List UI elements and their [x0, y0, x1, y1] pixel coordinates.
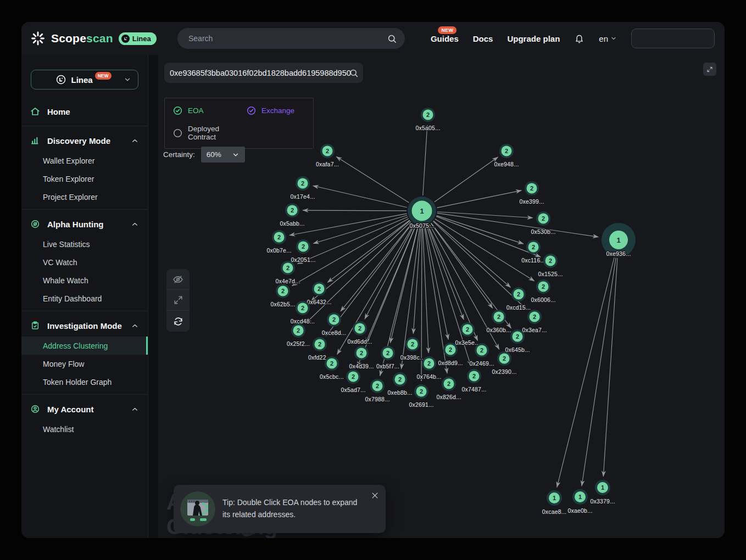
node-cluster-count: 2: [420, 388, 423, 395]
sidebar-item-live-statistics[interactable]: Live Statistics: [21, 235, 148, 253]
graph-node[interactable]: 20x5a05...: [416, 108, 441, 131]
graph-node[interactable]: 10xe936...: [602, 223, 636, 257]
graph-node[interactable]: 20x17e4...: [291, 176, 315, 200]
address-input[interactable]: [164, 69, 362, 77]
graph-node[interactable]: 20x5abb...: [280, 203, 305, 227]
graph-node[interactable]: 20x7988...: [365, 379, 390, 402]
sidebar-item-token-holder-graph[interactable]: Token Holder Graph: [21, 373, 148, 391]
graph-node[interactable]: 20x2691...: [409, 384, 434, 408]
graph-node[interactable]: 20x6432...: [307, 282, 332, 305]
graph-edge: [327, 220, 410, 283]
fullscreen-button[interactable]: [703, 63, 716, 76]
nav-guides[interactable]: NEWGuides: [431, 34, 459, 43]
sidebar-item-project-explorer[interactable]: Project Explorer: [21, 188, 148, 206]
eye-off-button[interactable]: [166, 269, 190, 290]
sidebar-section-label: Home: [47, 107, 70, 116]
sidebar-item-watchlist[interactable]: Watchlist: [21, 420, 148, 438]
search-icon[interactable]: [349, 68, 359, 78]
language-selector[interactable]: en: [599, 34, 617, 43]
sidebar-item-wallet-explorer[interactable]: Wallet Explorer: [21, 152, 148, 170]
graph-edge: [427, 225, 464, 320]
graph-edge: [313, 186, 407, 207]
chain-selector-label: Linea: [71, 75, 92, 85]
graph-node[interactable]: 20x6006...: [531, 279, 556, 303]
graph-node[interactable]: 20xce8d...: [322, 312, 346, 336]
sidebar-item-whale-watch[interactable]: Whale Watch: [21, 271, 148, 289]
linea-icon: [121, 35, 130, 43]
graph-node[interactable]: 20x360b...: [487, 310, 511, 333]
sidebar-item-token-explorer[interactable]: Token Explorer: [21, 170, 148, 188]
expand-button[interactable]: [166, 290, 190, 311]
legend-item-eoa[interactable]: EOA: [172, 105, 246, 116]
node-label: 0xc116...: [521, 257, 545, 264]
sidebar-item-address-clustering[interactable]: Address Clustering: [21, 337, 148, 355]
sidebar-section-my-account[interactable]: My Account: [21, 398, 148, 420]
graph-node[interactable]: 10xcae8...: [542, 490, 566, 515]
graph-node[interactable]: 20xc116...: [521, 240, 545, 264]
chevron-down-icon: [124, 76, 131, 83]
sidebar-section-investigation-mode[interactable]: Investigation Mode: [21, 315, 148, 337]
node-cluster-count: 2: [277, 234, 281, 240]
graph-node[interactable]: 20xb5f7...: [376, 346, 399, 369]
graph-node[interactable]: 20x2051...: [291, 239, 316, 263]
sidebar-gutter: [148, 55, 158, 538]
graph-node[interactable]: 20xeb8b...: [388, 372, 413, 396]
graph-node[interactable]: 20xd6dd...: [348, 321, 372, 345]
graph-node[interactable]: 20xcd15...: [506, 287, 531, 311]
graph-node[interactable]: 20x7487...: [462, 369, 487, 393]
certainty-dropdown[interactable]: 60%: [201, 147, 245, 163]
chain-selector[interactable]: Linea NEW: [31, 70, 138, 89]
wallet-connect-button[interactable]: [631, 29, 715, 48]
node-cluster-count: 1: [420, 207, 424, 215]
graph-node[interactable]: 20xafa7...: [316, 144, 339, 167]
node-label: 0x5075...: [410, 222, 435, 229]
graph-node[interactable]: 20x4d39...: [349, 346, 374, 369]
node-label: 0x2390...: [492, 368, 517, 375]
search-input[interactable]: [187, 33, 387, 43]
search-icon[interactable]: [387, 33, 397, 44]
sidebar-item-vc-watch[interactable]: VC Watch: [21, 253, 148, 271]
node-cluster-count: 2: [532, 244, 535, 250]
graph-node[interactable]: 10xae0b...: [568, 489, 593, 514]
refresh-button[interactable]: [166, 311, 190, 332]
graph-node[interactable]: 20xe948...: [494, 144, 519, 167]
node-cluster-count: 2: [427, 360, 431, 367]
node-cluster-count: 2: [497, 313, 500, 320]
node-cluster-count: 2: [426, 111, 430, 118]
sidebar-item-entity-dashboard[interactable]: Entity Dashboard: [21, 289, 148, 307]
graph-node[interactable]: 20x4e7d...: [276, 261, 300, 284]
graph-node[interactable]: 20x2469...: [470, 343, 494, 367]
graph-node[interactable]: 20x0b7e...: [267, 230, 292, 254]
graph-node[interactable]: 20x530b...: [531, 211, 556, 235]
tip-toast: Tip: Double Click EOA nodes to expand it…: [174, 485, 386, 533]
sidebar-item-home[interactable]: Home: [21, 100, 148, 122]
node-cluster-count: 2: [318, 341, 321, 348]
graph-node[interactable]: 20x3e5e...: [455, 322, 480, 346]
graph-canvas[interactable]: Address Clustering 10x5075...10xe936...2…: [158, 55, 725, 538]
nav-upgrade-plan[interactable]: Upgrade plan: [507, 34, 560, 43]
graph-node[interactable]: 20x25f2...: [287, 323, 310, 347]
close-icon[interactable]: [370, 490, 380, 501]
sidebar-section-alpha-hunting[interactable]: Alpha Hunting: [21, 213, 148, 235]
nav-docs[interactable]: Docs: [473, 34, 493, 43]
graph-node[interactable]: 20xe399...: [520, 181, 544, 205]
graph-node[interactable]: 10x3379...: [591, 480, 615, 505]
graph-node[interactable]: 20xd8d9...: [438, 343, 463, 366]
graph-node[interactable]: 20x62b5...: [271, 284, 296, 307]
legend-item-deployed-contract[interactable]: Deployed Contract: [172, 125, 246, 141]
legend-item-exchange[interactable]: Exchange: [246, 105, 305, 116]
graph-node[interactable]: 20x5ad7...: [341, 369, 366, 393]
chevron-up-icon: [131, 220, 139, 228]
graph-edge: [437, 191, 521, 208]
graph-node[interactable]: 20xfd22...: [308, 337, 331, 361]
node-cluster-count: 2: [376, 383, 379, 389]
graph-node[interactable]: 10x5075...: [408, 197, 436, 229]
graph-node[interactable]: 20x3ea7...: [522, 310, 547, 333]
sidebar-section-discovery-mode[interactable]: Discovery Mode: [21, 130, 148, 152]
node-cluster-count: 1: [616, 236, 620, 244]
node-label: 0x25f2...: [287, 340, 310, 347]
graph-node[interactable]: 20x826d...: [437, 377, 461, 400]
bell-icon[interactable]: [574, 33, 584, 44]
sidebar-item-money-flow[interactable]: Money Flow: [21, 355, 148, 373]
graph-node[interactable]: 20x2390...: [492, 351, 517, 375]
